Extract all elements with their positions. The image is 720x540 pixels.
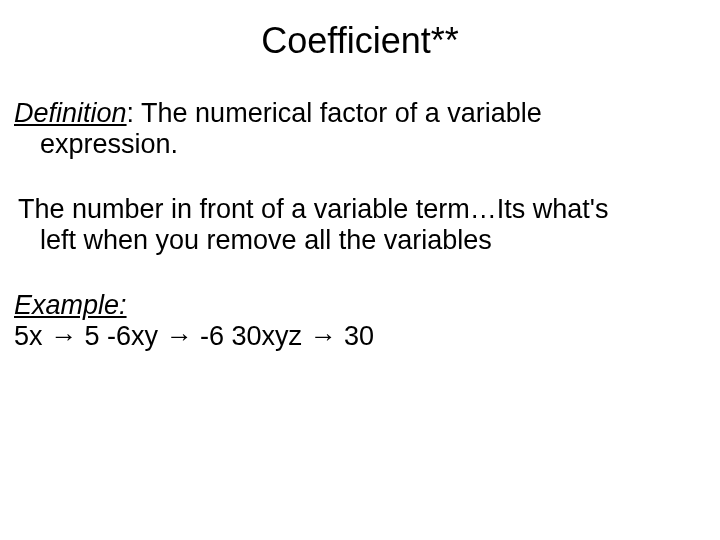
explanation-line1: The number in front of a variable term…I… xyxy=(14,194,710,225)
explanation-section: The number in front of a variable term…I… xyxy=(10,194,710,256)
definition-section: Definition: The numerical factor of a va… xyxy=(10,98,710,160)
definition-text-line1: : The numerical factor of a variable xyxy=(127,98,542,128)
page-title: Coefficient** xyxy=(10,20,710,62)
example-text: 5x → 5 -6xy → -6 30xyz → 30 xyxy=(10,321,710,352)
explanation-line2: left when you remove all the variables xyxy=(14,225,710,256)
definition-text-line2: expression. xyxy=(14,129,710,160)
example-label: Example: xyxy=(10,290,710,321)
example-section: Example: 5x → 5 -6xy → -6 30xyz → 30 xyxy=(10,290,710,352)
definition-label: Definition xyxy=(14,98,127,128)
